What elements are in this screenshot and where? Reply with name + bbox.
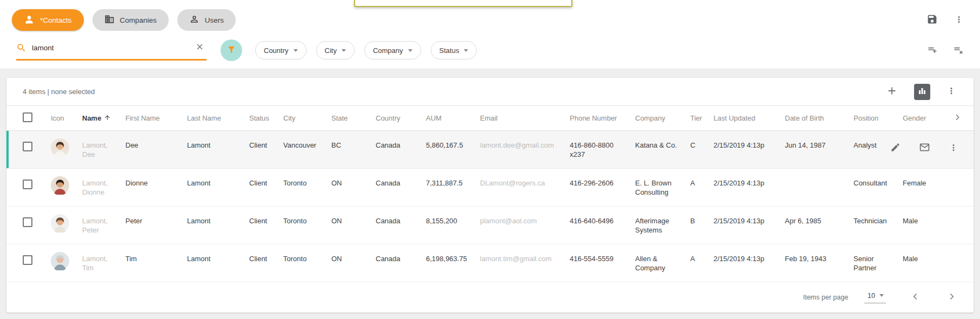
table-footer: Items per page 10 (6, 282, 974, 313)
add-contact-button[interactable] (884, 83, 900, 101)
chevron-down-icon (464, 49, 468, 52)
column-header-last-name[interactable]: Last Name (187, 114, 249, 122)
row-more-button[interactable] (946, 141, 961, 156)
filter-chip-country-label: Country (264, 46, 289, 55)
cell-last-updated: 2/15/2019 4:13p (714, 254, 785, 263)
cell-phone: 416-640-6496 (570, 216, 635, 225)
row-checkbox[interactable] (23, 255, 32, 265)
truncated-popup (354, 0, 572, 7)
cell-city: Vancouver (283, 141, 331, 150)
chevron-down-icon (294, 49, 298, 52)
cell-city: Toronto (283, 178, 331, 188)
next-page-button[interactable] (945, 290, 958, 305)
cell-phone: 416-296-2606 (570, 178, 635, 188)
playlist-add-icon (927, 44, 938, 57)
cell-position: Consultant (854, 178, 903, 188)
search-field[interactable] (16, 40, 206, 61)
table-row[interactable]: Lamont, Peter Peter Lamont Client Toront… (6, 207, 974, 244)
clear-filter-line-button[interactable] (951, 42, 966, 59)
avatar (51, 138, 69, 157)
header-more-button[interactable] (952, 12, 966, 28)
cell-state: ON (331, 254, 376, 263)
chevron-right-icon (953, 113, 962, 123)
bar-chart-icon (918, 87, 926, 97)
cell-email: DLamont@rogers.ca (480, 178, 570, 188)
row-checkbox[interactable] (23, 142, 32, 151)
cell-last-name: Lamont (187, 178, 249, 188)
cell-email: lamont.tim@gmail.com (480, 254, 570, 263)
chevron-down-icon (408, 49, 412, 52)
cell-status: Client (249, 141, 283, 150)
column-header-date-of-birth[interactable]: Date of Birth (785, 114, 854, 122)
email-row-button[interactable] (917, 139, 932, 157)
column-header-state[interactable]: State (331, 114, 376, 122)
column-header-position[interactable]: Position (854, 114, 903, 122)
scroll-columns-right-button[interactable] (951, 111, 964, 125)
column-header-aum[interactable]: AUM (426, 114, 480, 122)
tab-users[interactable]: Users (177, 9, 236, 31)
column-header-last-updated[interactable]: Last Updated (714, 114, 785, 122)
cell-name: Lamont, Dionne (82, 178, 125, 197)
row-checkbox[interactable] (23, 180, 32, 189)
table-row[interactable]: Lamont, Dee Dee Lamont Client Vancouver … (6, 131, 974, 169)
kebab-menu-icon (949, 143, 958, 154)
cell-position: Technician (854, 216, 903, 225)
filter-button[interactable] (221, 39, 242, 61)
column-header-first-name[interactable]: First Name (125, 114, 187, 122)
tab-users-label: Users (205, 16, 224, 24)
kebab-menu-icon (946, 86, 956, 97)
column-header-phone[interactable]: Phone Number (570, 114, 635, 122)
select-all-checkbox[interactable] (23, 112, 32, 122)
table-row[interactable]: Lamont, Dionne Dionne Lamont Client Toro… (6, 169, 974, 207)
items-per-page-select[interactable]: 10 (864, 292, 886, 303)
column-header-company[interactable]: Company (635, 114, 690, 122)
filter-chip-country[interactable]: Country (255, 41, 306, 59)
search-filter-row: Country City Company Status (0, 31, 980, 69)
filter-chip-city[interactable]: City (316, 41, 355, 59)
envelope-icon (919, 142, 930, 155)
column-header-tier[interactable]: Tier (690, 114, 714, 122)
column-header-name[interactable]: Name (82, 114, 125, 123)
cell-tier: A (690, 178, 714, 188)
cell-name: Lamont, Dee (82, 141, 125, 159)
column-header-city[interactable]: City (283, 114, 331, 122)
tab-companies[interactable]: Companies (92, 9, 169, 31)
add-filter-line-button[interactable] (925, 42, 940, 59)
chevron-down-icon (342, 49, 346, 52)
column-header-email[interactable]: Email (480, 114, 570, 122)
avatar (51, 252, 69, 270)
chart-view-button[interactable] (914, 84, 930, 100)
column-header-country[interactable]: Country (376, 114, 426, 122)
save-button[interactable] (924, 11, 940, 29)
column-header-gender[interactable]: Gender (903, 114, 946, 122)
column-header-icon[interactable]: Icon (51, 114, 82, 122)
clear-search-button[interactable] (193, 40, 206, 55)
avatar (51, 214, 69, 232)
funnel-icon (226, 45, 236, 56)
table-row[interactable]: Lamont, Tim Tim Lamont Client Toronto ON… (6, 244, 974, 282)
cell-phone: 416-860-8800 x237 (570, 141, 635, 159)
tab-contacts[interactable]: *Contacts (12, 9, 84, 31)
edit-row-button[interactable] (888, 140, 903, 156)
column-header-status[interactable]: Status (249, 114, 283, 122)
row-checkbox[interactable] (23, 217, 32, 227)
cell-aum: 5,860,167.5 (426, 141, 480, 150)
cell-email: lamont.dee@gmail.com (480, 141, 570, 150)
filter-chip-status[interactable]: Status (431, 41, 477, 59)
results-toolbar: 4 items | none selected (6, 78, 974, 106)
cell-country: Canada (376, 254, 426, 263)
cell-state: ON (331, 178, 376, 188)
cell-company: E. L. Brown Consulting (635, 178, 690, 197)
cell-last-name: Lamont (187, 216, 249, 225)
cell-date-of-birth: Feb 19, 1943 (785, 254, 854, 263)
chevron-down-icon (879, 294, 884, 297)
save-icon (926, 14, 938, 26)
cell-date-of-birth: Apr 6, 1985 (785, 216, 854, 225)
close-icon (195, 42, 204, 53)
search-input[interactable] (32, 44, 193, 52)
table-more-button[interactable] (944, 84, 958, 99)
previous-page-button[interactable] (909, 290, 922, 305)
filter-chip-company[interactable]: Company (364, 41, 421, 59)
cell-name: Lamont, Tim (82, 254, 125, 273)
cell-last-name: Lamont (187, 141, 249, 150)
